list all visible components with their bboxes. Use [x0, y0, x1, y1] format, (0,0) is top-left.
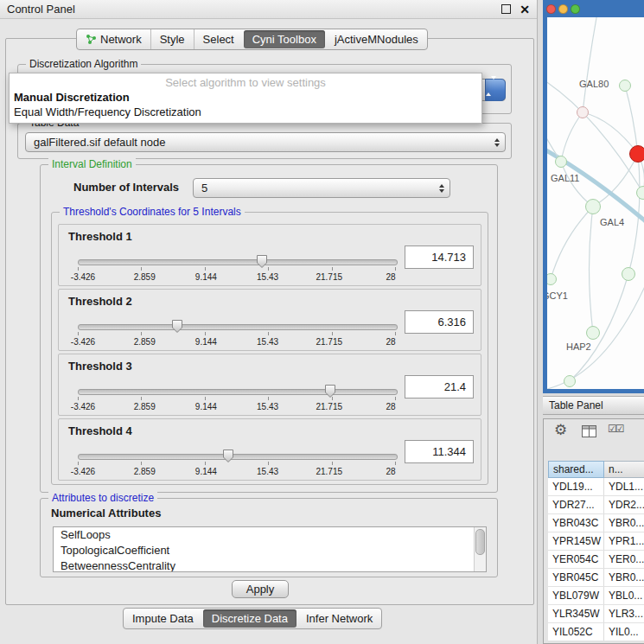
network-node[interactable]	[586, 326, 600, 340]
network-edge[interactable]	[583, 112, 638, 154]
table-row[interactable]: YPR145WYPR1...	[548, 532, 644, 551]
gear-icon[interactable]: ⚙	[554, 421, 567, 439]
attributes-to-discretize-group: Attributes to discretize Numerical Attri…	[40, 498, 498, 577]
scrollbar-thumb[interactable]	[475, 529, 485, 555]
select-columns-icon[interactable]: ☑☑	[608, 423, 623, 435]
network-canvas[interactable]: GAL80GAL11GAL4GCY1HAP2	[547, 17, 644, 389]
slider-tick-marks	[78, 332, 396, 335]
numerical-attributes-list[interactable]: SelfLoopsTopologicalCoefficientBetweenne…	[53, 526, 487, 572]
table-cell[interactable]: YDL1...	[604, 478, 644, 495]
tab-network[interactable]: Network	[77, 29, 150, 49]
columns-icon[interactable]	[582, 425, 596, 437]
network-node-selected[interactable]	[629, 145, 644, 163]
table-row[interactable]: YBR043CYBR0...	[548, 514, 644, 532]
table-cell[interactable]: YDR2...	[604, 496, 644, 513]
column-header-shared-name[interactable]: shared...	[548, 461, 604, 478]
mac-close-light[interactable]	[546, 4, 556, 14]
table-cell[interactable]: YLR345W	[548, 605, 604, 622]
attribute-list-item[interactable]: SelfLoops	[54, 527, 486, 543]
algorithm-placeholder-option[interactable]: Select algorithm to view settings	[10, 75, 481, 90]
tick-mark	[332, 462, 333, 465]
table-cell[interactable]: YER054C	[548, 551, 604, 568]
table-cell[interactable]: YDR27...	[548, 496, 604, 513]
threshold-value-field[interactable]: 21.4	[405, 375, 474, 399]
column-header-name[interactable]: n...	[604, 461, 644, 478]
table-cell[interactable]: YER0...	[604, 551, 644, 568]
table-row[interactable]: YIL052CYIL0...	[548, 623, 644, 641]
threshold-value-field[interactable]: 11.344	[405, 440, 474, 463]
network-edge[interactable]	[570, 274, 628, 381]
network-node[interactable]	[585, 199, 601, 214]
table-cell[interactable]: YPR145W	[548, 532, 604, 550]
apply-button[interactable]: Apply	[232, 580, 289, 598]
table-cell[interactable]: YBR043C	[548, 514, 604, 532]
close-window-icon[interactable]: ✕	[520, 3, 530, 16]
mac-zoom-light[interactable]	[571, 4, 580, 14]
table-row[interactable]: YBR045CYBR0...	[548, 569, 644, 587]
threshold-value-field[interactable]: 6.316	[405, 310, 474, 334]
network-node[interactable]	[622, 267, 635, 281]
table-data-combobox[interactable]: galFiltered.sif default node	[25, 132, 506, 152]
mac-minimize-light[interactable]	[558, 4, 568, 14]
network-edge[interactable]	[561, 112, 583, 162]
table-cell[interactable]: YPR1...	[604, 532, 644, 550]
threshold-slider-track[interactable]	[78, 259, 398, 265]
tick-label: 9.144	[185, 402, 226, 411]
table-row[interactable]: YDL19...YDL1...	[548, 478, 644, 496]
tab-infer-network[interactable]: Infer Network	[297, 609, 381, 628]
table-cell[interactable]: YBR045C	[548, 569, 604, 586]
network-edge[interactable]	[583, 17, 597, 112]
table-panel-header[interactable]: Table Panel	[543, 396, 644, 415]
slider-tick-marks	[78, 462, 396, 465]
tab-discretize-data[interactable]: Discretize Data	[203, 609, 296, 628]
attribute-list-item[interactable]: BetweennessCentrality	[54, 558, 486, 572]
table-cell[interactable]: YLR3...	[604, 605, 644, 622]
tick-label: 28	[370, 272, 411, 282]
network-node[interactable]	[577, 106, 589, 118]
table-row[interactable]: YDR27...YDR2...	[548, 496, 644, 514]
tab-network-label: Network	[100, 33, 142, 46]
numerical-attributes-label: Numerical Attributes	[51, 507, 161, 520]
tab-select[interactable]: Select	[194, 29, 243, 49]
network-node[interactable]	[555, 156, 567, 168]
float-window-icon[interactable]	[501, 4, 511, 14]
network-edge[interactable]	[551, 207, 593, 279]
tick-mark	[141, 267, 142, 271]
threshold-slider-track[interactable]	[78, 324, 398, 330]
network-node[interactable]	[564, 375, 576, 387]
tab-cyni-toolbox[interactable]: Cyni Toolbox	[244, 30, 325, 48]
attribute-list-item[interactable]: TopologicalCoefficient	[54, 543, 486, 558]
discretization-algorithm-group-title: Discretization Algorithm	[26, 58, 141, 70]
table-cell[interactable]: YIL052C	[548, 623, 604, 641]
tab-impute-data[interactable]: Impute Data	[124, 609, 202, 628]
table-cell[interactable]: YDL19...	[548, 478, 604, 495]
table-cell[interactable]: YBR0...	[604, 569, 644, 586]
algorithm-option-manual[interactable]: Manual Discretization	[10, 90, 481, 105]
table-cell[interactable]: YIL0...	[604, 623, 644, 641]
algorithm-option-equal-width[interactable]: Equal Width/Frequency Discretization	[10, 105, 481, 119]
table-cell[interactable]: YBR0...	[604, 514, 644, 532]
threshold-slider-track[interactable]	[78, 389, 398, 395]
network-edge[interactable]	[625, 86, 638, 154]
number-of-intervals-combobox[interactable]: 5	[193, 178, 450, 198]
combobox-dropdown-button[interactable]	[485, 79, 506, 101]
list-scrollbar[interactable]	[474, 527, 486, 571]
thresholds-coordinates-group: Threshold's Coordinates for 5 Intervals …	[51, 212, 488, 485]
table-cell[interactable]: YBL0...	[604, 587, 644, 604]
table-row[interactable]: YBL079WYBL0...	[548, 587, 644, 605]
network-node[interactable]	[636, 186, 644, 200]
network-node[interactable]	[619, 80, 631, 92]
tab-style[interactable]: Style	[150, 29, 194, 49]
threshold-slider-track[interactable]	[78, 454, 398, 460]
slider-tick-labels: -3.4262.8599.14415.4321.71528	[62, 402, 411, 411]
number-of-intervals-label: Number of Intervals	[73, 181, 179, 194]
tick-mark	[332, 267, 333, 271]
network-edge[interactable]	[590, 207, 594, 333]
tab-jactivemnodules[interactable]: jActiveMNodules	[326, 29, 427, 49]
tab-infer-network-label: Infer Network	[306, 612, 373, 625]
table-row[interactable]: YER054CYER0...	[548, 551, 644, 569]
tick-label: 21.715	[309, 272, 350, 282]
table-cell[interactable]: YBL079W	[548, 587, 604, 604]
threshold-value-field[interactable]: 14.713	[405, 245, 474, 269]
table-row[interactable]: YLR345WYLR3...	[548, 605, 644, 623]
